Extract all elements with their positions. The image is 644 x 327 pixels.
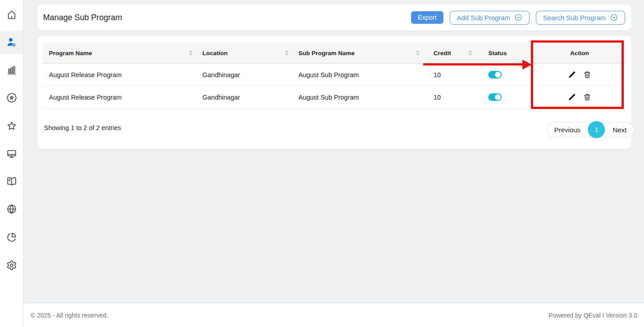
page-title: Manage Sub Program (43, 13, 122, 22)
chevron-down-circle-icon (610, 13, 618, 22)
column-header-location[interactable]: Location (196, 50, 292, 57)
sidebar-item-reports[interactable] (0, 58, 23, 82)
powered-by-text: Powered by QEval I Version 3.0 (548, 312, 637, 319)
cell-status (476, 71, 533, 78)
copyright-text: © 2025 - All rights reserved. (31, 312, 108, 319)
sidebar (0, 0, 23, 327)
cell-sub-program-name: August Sub Program (292, 94, 423, 101)
cell-action (533, 93, 626, 101)
column-header-sub-program-name[interactable]: Sub Program Name (292, 50, 423, 57)
sort-icon[interactable] (416, 50, 420, 56)
bar-chart-icon (6, 65, 17, 75)
cell-credit: 10 (423, 94, 476, 101)
sidebar-item-web[interactable] (0, 197, 23, 221)
globe-icon (6, 204, 17, 214)
edit-pencil-icon[interactable] (568, 71, 576, 78)
home-icon (6, 9, 17, 20)
settings-gear-icon (6, 260, 17, 270)
cell-status (476, 93, 533, 101)
sidebar-item-manage-users[interactable] (0, 31, 23, 54)
table-header-row: Program Name Location Sub Program Name C… (43, 43, 626, 64)
column-header-program-name[interactable]: Program Name (43, 50, 196, 57)
cell-program-name: August Release Program (43, 94, 196, 101)
sidebar-item-monitor[interactable] (0, 142, 23, 166)
search-sub-program-button[interactable]: Search Sub Program (536, 11, 625, 25)
next-page-button[interactable]: Next (605, 126, 634, 134)
cell-sub-program-name: August Sub Program (292, 71, 423, 78)
badge-star-icon (6, 92, 17, 103)
sub-program-table: Program Name Location Sub Program Name C… (43, 43, 626, 109)
column-header-action: Action (533, 50, 626, 57)
pie-chart-icon (6, 232, 17, 243)
footer: © 2025 - All rights reserved. Powered by… (23, 303, 644, 327)
edit-pencil-icon[interactable] (568, 93, 576, 101)
open-book-icon (6, 176, 17, 187)
search-sub-program-label: Search Sub Program (543, 14, 606, 22)
table-row: August Release Program Gandhinagar Augus… (43, 86, 626, 109)
previous-page-button[interactable]: Previous (547, 126, 587, 134)
export-button[interactable]: Export (411, 11, 443, 24)
sidebar-item-analytics[interactable] (0, 226, 23, 249)
pagination: Previous 1 Next (547, 122, 634, 137)
column-header-status: Status (476, 50, 533, 57)
sidebar-item-certificates[interactable] (0, 86, 23, 109)
entries-summary: Showing 1 to 2 of 2 entries (44, 124, 121, 131)
sort-icon[interactable] (469, 50, 472, 56)
cell-program-name: August Release Program (43, 71, 196, 78)
add-sub-program-label: Add Sub Program (457, 14, 510, 22)
header-actions: Export Add Sub Program Search Sub Progra… (411, 11, 625, 25)
sidebar-item-library[interactable] (0, 170, 23, 193)
delete-trash-icon[interactable] (583, 93, 591, 101)
monitor-icon (6, 148, 17, 159)
sort-icon[interactable] (285, 50, 289, 56)
column-header-credit[interactable]: Credit (423, 50, 476, 57)
cell-location: Gandhinagar (196, 71, 292, 78)
add-sub-program-button[interactable]: Add Sub Program (450, 11, 530, 25)
status-toggle-on[interactable] (488, 93, 502, 101)
cell-credit: 10 (423, 71, 476, 78)
user-settings-icon (6, 37, 17, 48)
sidebar-item-settings[interactable] (0, 253, 23, 277)
table-row: August Release Program Gandhinagar Augus… (43, 64, 626, 86)
status-toggle-on[interactable] (488, 71, 502, 78)
chevron-down-circle-icon (514, 13, 522, 22)
sidebar-item-favorites[interactable] (0, 114, 23, 138)
sidebar-item-home[interactable] (0, 3, 23, 26)
star-icon (6, 121, 17, 131)
delete-trash-icon[interactable] (583, 71, 591, 78)
cell-action (533, 71, 626, 78)
sort-icon[interactable] (189, 50, 193, 56)
sub-program-table-card: Program Name Location Sub Program Name C… (37, 36, 631, 149)
current-page-button[interactable]: 1 (588, 121, 605, 138)
page-header-card: Manage Sub Program Export Add Sub Progra… (37, 4, 631, 31)
cell-location: Gandhinagar (196, 94, 292, 101)
